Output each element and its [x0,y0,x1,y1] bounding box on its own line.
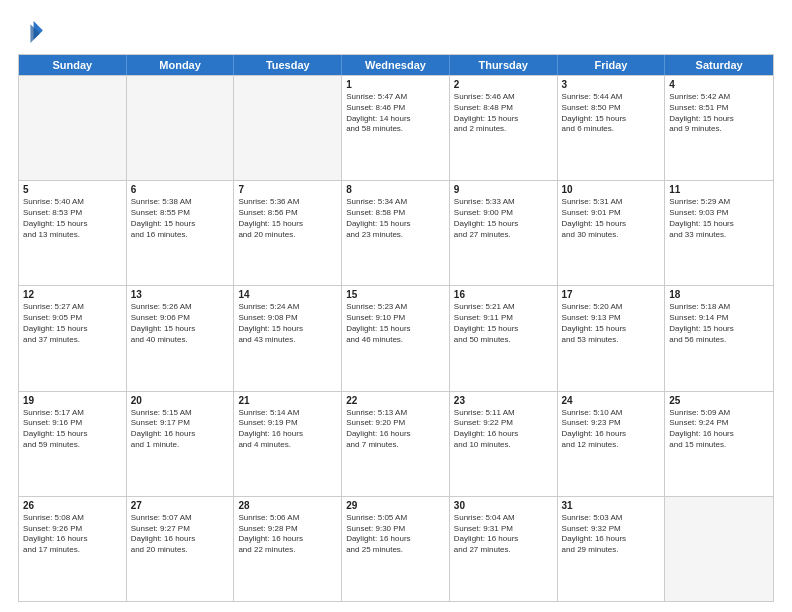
day-info: Sunrise: 5:33 AMSunset: 9:00 PMDaylight:… [454,197,553,240]
day-cell-24: 24Sunrise: 5:10 AMSunset: 9:23 PMDayligh… [558,392,666,496]
day-info: Sunrise: 5:26 AMSunset: 9:06 PMDaylight:… [131,302,230,345]
day-info: Sunrise: 5:42 AMSunset: 8:51 PMDaylight:… [669,92,769,135]
day-number: 9 [454,184,553,195]
day-info: Sunrise: 5:46 AMSunset: 8:48 PMDaylight:… [454,92,553,135]
day-number: 7 [238,184,337,195]
day-number: 21 [238,395,337,406]
calendar-row-3: 12Sunrise: 5:27 AMSunset: 9:05 PMDayligh… [19,285,773,390]
calendar-row-1: 1Sunrise: 5:47 AMSunset: 8:46 PMDaylight… [19,75,773,180]
logo-icon [18,18,46,46]
day-cell-14: 14Sunrise: 5:24 AMSunset: 9:08 PMDayligh… [234,286,342,390]
day-info: Sunrise: 5:27 AMSunset: 9:05 PMDaylight:… [23,302,122,345]
day-number: 15 [346,289,445,300]
calendar-header: SundayMondayTuesdayWednesdayThursdayFrid… [19,55,773,75]
header-day-saturday: Saturday [665,55,773,75]
day-number: 1 [346,79,445,90]
day-cell-19: 19Sunrise: 5:17 AMSunset: 9:16 PMDayligh… [19,392,127,496]
day-cell-6: 6Sunrise: 5:38 AMSunset: 8:55 PMDaylight… [127,181,235,285]
day-number: 28 [238,500,337,511]
header-day-thursday: Thursday [450,55,558,75]
day-info: Sunrise: 5:05 AMSunset: 9:30 PMDaylight:… [346,513,445,556]
day-cell-9: 9Sunrise: 5:33 AMSunset: 9:00 PMDaylight… [450,181,558,285]
day-number: 19 [23,395,122,406]
day-cell-18: 18Sunrise: 5:18 AMSunset: 9:14 PMDayligh… [665,286,773,390]
day-cell-25: 25Sunrise: 5:09 AMSunset: 9:24 PMDayligh… [665,392,773,496]
day-info: Sunrise: 5:17 AMSunset: 9:16 PMDaylight:… [23,408,122,451]
day-info: Sunrise: 5:06 AMSunset: 9:28 PMDaylight:… [238,513,337,556]
day-cell-7: 7Sunrise: 5:36 AMSunset: 8:56 PMDaylight… [234,181,342,285]
day-number: 29 [346,500,445,511]
day-number: 6 [131,184,230,195]
day-number: 5 [23,184,122,195]
day-cell-29: 29Sunrise: 5:05 AMSunset: 9:30 PMDayligh… [342,497,450,601]
day-info: Sunrise: 5:08 AMSunset: 9:26 PMDaylight:… [23,513,122,556]
day-info: Sunrise: 5:34 AMSunset: 8:58 PMDaylight:… [346,197,445,240]
day-cell-20: 20Sunrise: 5:15 AMSunset: 9:17 PMDayligh… [127,392,235,496]
day-cell-1: 1Sunrise: 5:47 AMSunset: 8:46 PMDaylight… [342,76,450,180]
day-cell-21: 21Sunrise: 5:14 AMSunset: 9:19 PMDayligh… [234,392,342,496]
day-number: 4 [669,79,769,90]
day-info: Sunrise: 5:29 AMSunset: 9:03 PMDaylight:… [669,197,769,240]
header-day-tuesday: Tuesday [234,55,342,75]
day-info: Sunrise: 5:10 AMSunset: 9:23 PMDaylight:… [562,408,661,451]
day-cell-5: 5Sunrise: 5:40 AMSunset: 8:53 PMDaylight… [19,181,127,285]
day-cell-15: 15Sunrise: 5:23 AMSunset: 9:10 PMDayligh… [342,286,450,390]
header-day-friday: Friday [558,55,666,75]
day-info: Sunrise: 5:18 AMSunset: 9:14 PMDaylight:… [669,302,769,345]
day-cell-12: 12Sunrise: 5:27 AMSunset: 9:05 PMDayligh… [19,286,127,390]
day-number: 26 [23,500,122,511]
day-number: 2 [454,79,553,90]
empty-cell [19,76,127,180]
day-cell-31: 31Sunrise: 5:03 AMSunset: 9:32 PMDayligh… [558,497,666,601]
header-day-sunday: Sunday [19,55,127,75]
day-info: Sunrise: 5:40 AMSunset: 8:53 PMDaylight:… [23,197,122,240]
empty-cell [665,497,773,601]
day-cell-13: 13Sunrise: 5:26 AMSunset: 9:06 PMDayligh… [127,286,235,390]
day-info: Sunrise: 5:38 AMSunset: 8:55 PMDaylight:… [131,197,230,240]
day-cell-16: 16Sunrise: 5:21 AMSunset: 9:11 PMDayligh… [450,286,558,390]
header-day-wednesday: Wednesday [342,55,450,75]
day-cell-30: 30Sunrise: 5:04 AMSunset: 9:31 PMDayligh… [450,497,558,601]
day-number: 18 [669,289,769,300]
day-info: Sunrise: 5:47 AMSunset: 8:46 PMDaylight:… [346,92,445,135]
day-number: 30 [454,500,553,511]
day-info: Sunrise: 5:07 AMSunset: 9:27 PMDaylight:… [131,513,230,556]
day-info: Sunrise: 5:31 AMSunset: 9:01 PMDaylight:… [562,197,661,240]
day-info: Sunrise: 5:15 AMSunset: 9:17 PMDaylight:… [131,408,230,451]
calendar-row-5: 26Sunrise: 5:08 AMSunset: 9:26 PMDayligh… [19,496,773,601]
day-cell-8: 8Sunrise: 5:34 AMSunset: 8:58 PMDaylight… [342,181,450,285]
empty-cell [234,76,342,180]
page: SundayMondayTuesdayWednesdayThursdayFrid… [0,0,792,612]
day-info: Sunrise: 5:13 AMSunset: 9:20 PMDaylight:… [346,408,445,451]
empty-cell [127,76,235,180]
day-number: 14 [238,289,337,300]
day-cell-22: 22Sunrise: 5:13 AMSunset: 9:20 PMDayligh… [342,392,450,496]
day-number: 12 [23,289,122,300]
day-number: 25 [669,395,769,406]
day-cell-27: 27Sunrise: 5:07 AMSunset: 9:27 PMDayligh… [127,497,235,601]
day-number: 8 [346,184,445,195]
day-info: Sunrise: 5:04 AMSunset: 9:31 PMDaylight:… [454,513,553,556]
day-info: Sunrise: 5:09 AMSunset: 9:24 PMDaylight:… [669,408,769,451]
day-info: Sunrise: 5:03 AMSunset: 9:32 PMDaylight:… [562,513,661,556]
day-number: 3 [562,79,661,90]
day-number: 10 [562,184,661,195]
day-info: Sunrise: 5:21 AMSunset: 9:11 PMDaylight:… [454,302,553,345]
day-number: 20 [131,395,230,406]
day-number: 17 [562,289,661,300]
calendar-row-4: 19Sunrise: 5:17 AMSunset: 9:16 PMDayligh… [19,391,773,496]
day-number: 16 [454,289,553,300]
day-cell-26: 26Sunrise: 5:08 AMSunset: 9:26 PMDayligh… [19,497,127,601]
day-cell-17: 17Sunrise: 5:20 AMSunset: 9:13 PMDayligh… [558,286,666,390]
day-cell-3: 3Sunrise: 5:44 AMSunset: 8:50 PMDaylight… [558,76,666,180]
day-info: Sunrise: 5:11 AMSunset: 9:22 PMDaylight:… [454,408,553,451]
day-cell-28: 28Sunrise: 5:06 AMSunset: 9:28 PMDayligh… [234,497,342,601]
day-info: Sunrise: 5:23 AMSunset: 9:10 PMDaylight:… [346,302,445,345]
day-info: Sunrise: 5:36 AMSunset: 8:56 PMDaylight:… [238,197,337,240]
day-number: 27 [131,500,230,511]
day-number: 23 [454,395,553,406]
day-info: Sunrise: 5:14 AMSunset: 9:19 PMDaylight:… [238,408,337,451]
day-cell-4: 4Sunrise: 5:42 AMSunset: 8:51 PMDaylight… [665,76,773,180]
day-info: Sunrise: 5:20 AMSunset: 9:13 PMDaylight:… [562,302,661,345]
day-number: 31 [562,500,661,511]
